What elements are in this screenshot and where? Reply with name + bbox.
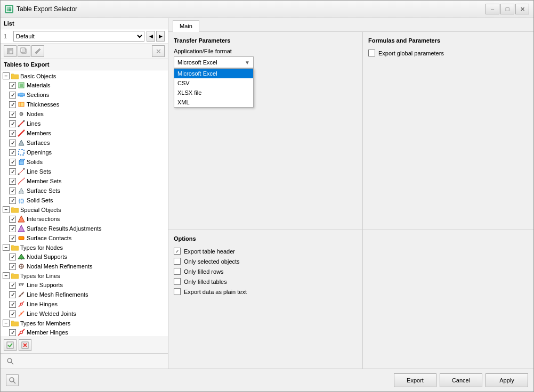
checkbox-openings[interactable] <box>9 149 16 156</box>
export-button[interactable]: Export <box>394 373 436 387</box>
tree-item-intersections[interactable]: Intersections <box>1 214 168 224</box>
prev-arrow-button[interactable]: ◀ <box>147 31 155 42</box>
checkbox-nodal-mesh[interactable] <box>9 263 16 270</box>
check-all-button[interactable] <box>4 339 17 351</box>
export-global-checkbox[interactable] <box>368 50 375 56</box>
line-sets-icon <box>18 168 25 175</box>
svg-line-19 <box>19 121 24 126</box>
uncheck-all-button[interactable] <box>19 339 31 351</box>
format-option-csv[interactable]: CSV <box>174 78 253 88</box>
option-cb-only-filled-tables[interactable] <box>174 278 181 285</box>
option-cb-export-header[interactable] <box>174 248 181 255</box>
add-list-button[interactable] <box>4 45 17 57</box>
checkbox-lines[interactable] <box>9 120 16 127</box>
checkbox-materials[interactable] <box>9 82 16 89</box>
tree-item-solid-sets[interactable]: Solid Sets <box>1 195 168 205</box>
tree-item-line-hinges[interactable]: Line Hinges <box>1 299 168 309</box>
tree-item-line-supports[interactable]: Line Supports <box>1 280 168 290</box>
checkbox-basic-objects[interactable] <box>3 72 10 79</box>
label-surface-contacts: Surface Contacts <box>27 235 71 241</box>
checkbox-types-for-members[interactable] <box>3 320 10 326</box>
tree-item-member-sets[interactable]: Member Sets <box>1 176 168 186</box>
checkbox-nodal-supports[interactable] <box>9 254 16 260</box>
tree-item-types-for-lines[interactable]: Types for Lines <box>1 271 168 280</box>
checkbox-types-for-lines[interactable] <box>3 272 10 279</box>
tree-item-line-mesh[interactable]: Line Mesh Refinements <box>1 290 168 299</box>
tree-item-nodes[interactable]: Nodes <box>1 109 168 119</box>
tree-item-sections[interactable]: Sections <box>1 90 168 100</box>
intersections-icon <box>18 215 25 223</box>
checkbox-line-hinges[interactable] <box>9 301 16 308</box>
format-option-xml[interactable]: XML <box>174 97 253 107</box>
option-cb-only-filled-rows[interactable] <box>174 268 181 275</box>
svg-rect-15 <box>20 96 23 97</box>
checkbox-line-mesh[interactable] <box>9 291 16 298</box>
tree-item-line-sets[interactable]: Line Sets <box>1 167 168 176</box>
tree-item-nodal-mesh[interactable]: Nodal Mesh Refinements <box>1 262 168 271</box>
tree-item-materials[interactable]: Materials <box>1 80 168 90</box>
format-dropdown-button[interactable]: Microsoft Excel ▼ <box>174 56 254 68</box>
checkbox-member-sets[interactable] <box>9 178 16 185</box>
tree-item-line-welded[interactable]: Line Welded Joints <box>1 309 168 318</box>
format-option-excel[interactable]: Microsoft Excel <box>174 69 253 78</box>
line-supports-icon <box>18 281 25 289</box>
checkbox-nodes[interactable] <box>9 111 16 118</box>
tree-item-openings[interactable]: Openings <box>1 148 168 157</box>
format-option-xlsx[interactable]: XLSX file <box>174 88 253 97</box>
tree-container[interactable]: Basic Objects Materials Sections Thickne… <box>1 70 168 337</box>
svg-point-53 <box>20 331 23 334</box>
tree-item-surfaces[interactable]: Surfaces <box>1 138 168 148</box>
svg-line-22 <box>18 130 25 136</box>
tree-item-thicknesses[interactable]: Thicknesses <box>1 100 168 109</box>
close-button[interactable]: ✕ <box>515 4 529 14</box>
tabs: Main <box>168 18 533 32</box>
checkbox-surface-sets[interactable] <box>9 187 16 194</box>
list-select[interactable]: Default <box>13 31 144 42</box>
option-cb-only-selected[interactable] <box>174 258 181 265</box>
checkbox-line-sets[interactable] <box>9 168 16 175</box>
apply-button[interactable]: Apply <box>486 373 528 387</box>
tree-item-lines[interactable]: Lines <box>1 119 168 128</box>
checkbox-line-supports[interactable] <box>9 282 16 289</box>
tree-item-special-objects[interactable]: Special Objects <box>1 205 168 214</box>
line-welded-icon <box>18 310 25 317</box>
option-row-2: Only filled rows <box>174 266 357 276</box>
cancel-button[interactable]: Cancel <box>440 373 482 387</box>
checkbox-members[interactable] <box>9 130 16 137</box>
tree-item-solids[interactable]: Solids <box>1 157 168 167</box>
copy-list-button[interactable] <box>18 45 30 57</box>
minimize-button[interactable]: – <box>486 4 499 14</box>
checkbox-line-welded[interactable] <box>9 311 16 317</box>
tree-item-surface-results[interactable]: Surface Results Adjustments <box>1 224 168 233</box>
checkbox-intersections[interactable] <box>9 216 16 223</box>
tree-item-members[interactable]: Members <box>1 128 168 138</box>
svg-rect-4 <box>7 48 10 51</box>
checkbox-surface-contacts[interactable] <box>9 235 16 242</box>
checkbox-sections[interactable] <box>9 92 16 99</box>
checkbox-types-for-nodes[interactable] <box>3 244 10 251</box>
checkbox-solids[interactable] <box>9 159 16 166</box>
maximize-button[interactable]: □ <box>500 4 514 14</box>
tree-item-types-for-nodes[interactable]: Types for Nodes <box>1 243 168 252</box>
delete-list-button[interactable]: ✕ <box>152 45 165 57</box>
tree-item-basic-objects[interactable]: Basic Objects <box>1 71 168 80</box>
label-surface-results: Surface Results Adjustments <box>27 225 102 232</box>
tree-item-nodal-supports[interactable]: Nodal Supports <box>1 252 168 262</box>
tree-item-surface-sets[interactable]: Surface Sets <box>1 186 168 195</box>
checkbox-thicknesses[interactable] <box>9 101 16 108</box>
tree-item-surface-contacts[interactable]: Surface Contacts <box>1 233 168 243</box>
checkbox-surfaces[interactable] <box>9 140 16 146</box>
edit-list-button[interactable] <box>31 45 44 57</box>
tree-item-member-hinges[interactable]: Member Hinges <box>1 328 168 337</box>
checkbox-solid-sets[interactable] <box>9 197 16 204</box>
svg-rect-35 <box>19 236 24 240</box>
next-arrow-button[interactable]: ▶ <box>156 31 165 42</box>
option-cb-export-plain[interactable] <box>174 288 181 295</box>
tab-main[interactable]: Main <box>173 20 199 32</box>
svg-rect-6 <box>7 51 10 53</box>
checkbox-surface-results[interactable] <box>9 225 16 232</box>
checkbox-special-objects[interactable] <box>3 206 10 213</box>
tree-item-types-for-members[interactable]: Types for Members <box>1 318 168 328</box>
search-bottom-button[interactable] <box>6 374 19 386</box>
checkbox-member-hinges[interactable] <box>9 329 16 336</box>
